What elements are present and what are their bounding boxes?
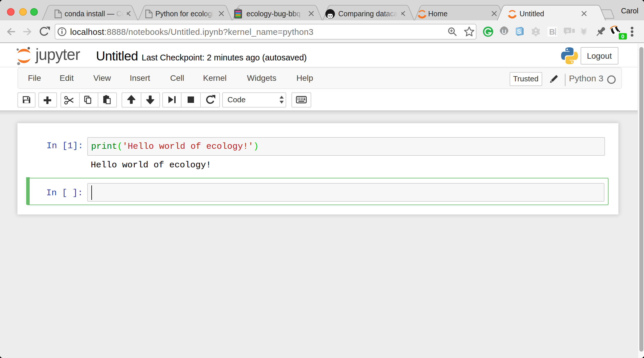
svg-text:0: 0 [621, 33, 625, 40]
svg-text:B: B [549, 28, 555, 36]
svg-text:a: a [566, 28, 569, 33]
svg-text:U: U [502, 28, 506, 35]
svg-text:S: S [517, 28, 521, 35]
